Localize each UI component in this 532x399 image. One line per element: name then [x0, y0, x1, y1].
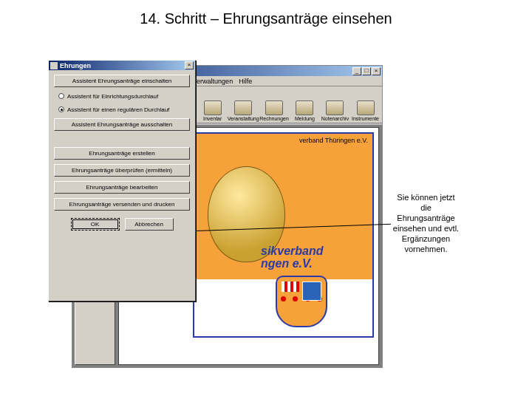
- toolbar-inventar[interactable]: Inventar: [198, 89, 227, 121]
- ok-button[interactable]: OK: [71, 218, 120, 231]
- toolbar-rechnungen[interactable]: Rechnungen: [259, 89, 289, 121]
- dialog-titlebar: Ehrungen ×: [49, 61, 195, 70]
- close-button[interactable]: ×: [372, 67, 381, 75]
- maximize-button[interactable]: □: [362, 67, 371, 75]
- toolbar-instrumente[interactable]: Instrumente: [351, 89, 380, 121]
- radio-label: Assistent für Einrichtungsdurchlauf: [67, 93, 158, 100]
- radio-label: Assistent für einen regulären Durchlauf: [67, 106, 169, 113]
- event-icon: [234, 100, 252, 115]
- crest-graphic: [276, 276, 327, 327]
- radio-icon: [58, 106, 64, 112]
- radio-icon: [58, 93, 64, 99]
- inventory-icon: [204, 100, 222, 115]
- invoice-icon: [265, 100, 283, 115]
- menu-hilfe[interactable]: Hilfe: [239, 78, 252, 85]
- dialog-close-button[interactable]: ×: [185, 61, 194, 69]
- dialog-body: Assistent Ehrungsanträge einschalten Ass…: [49, 70, 195, 235]
- bearbeiten-button[interactable]: Ehrungsanträge bearbeiten: [54, 181, 190, 194]
- toolbar-label: Instrumente: [352, 116, 379, 121]
- ermitteln-button[interactable]: Ehrungsanträge überprüfen (ermitteln): [54, 164, 190, 177]
- dialog-icon: [50, 62, 58, 69]
- dialog-footer: OK Abbrechen: [54, 218, 190, 231]
- assist-off-button[interactable]: Assistent Ehrungsanträge ausschalten: [54, 118, 190, 131]
- assist-on-button[interactable]: Assistent Ehrungsanträge einschalten: [54, 75, 190, 87]
- instrument-icon: [357, 100, 375, 115]
- poster-org-line: verband Thüringen e.V.: [194, 134, 372, 147]
- report-icon: [296, 100, 313, 115]
- dialog-title: Ehrungen: [60, 62, 185, 69]
- notes-icon: [326, 100, 344, 115]
- callout-text: Sie können jetzt die Ehrungsanträge eins…: [391, 192, 461, 254]
- toolbar-meldung[interactable]: Meldung: [290, 89, 319, 121]
- toolbar-label: Rechnungen: [259, 116, 289, 121]
- minimize-button[interactable]: _: [352, 67, 361, 75]
- toolbar-label: Inventar: [203, 116, 222, 121]
- toolbar-notenarchiv[interactable]: Notenarchiv: [321, 89, 349, 121]
- toolbar-label: Meldung: [295, 116, 315, 121]
- ehrungen-dialog: Ehrungen × Assistent Ehrungsanträge eins…: [48, 60, 196, 301]
- menu-verwaltungen[interactable]: Verwaltungen: [193, 78, 233, 85]
- radio-regulaer[interactable]: Assistent für einen regulären Durchlauf: [54, 105, 190, 114]
- poster-text: sikverband ngen e.V.: [261, 245, 323, 270]
- versenden-button[interactable]: Ehrungsanträge versenden und drucken: [54, 198, 190, 211]
- slide-title: 14. Schritt – Ehrungsanträge einsehen: [0, 0, 532, 32]
- poster-image: verband Thüringen e.V. sikverband ngen e…: [193, 132, 374, 338]
- toolbar-label: Veranstaltung: [228, 116, 259, 121]
- cancel-button[interactable]: Abbrechen: [125, 218, 174, 231]
- toolbar-veranstaltung[interactable]: Veranstaltung: [228, 89, 258, 121]
- toolbar-label: Notenarchiv: [321, 116, 349, 121]
- window-controls: _ □ ×: [352, 67, 381, 75]
- erstellen-button[interactable]: Ehrungsanträge erstellen: [54, 147, 190, 160]
- radio-einrichtung[interactable]: Assistent für Einrichtungsdurchlauf: [54, 92, 190, 100]
